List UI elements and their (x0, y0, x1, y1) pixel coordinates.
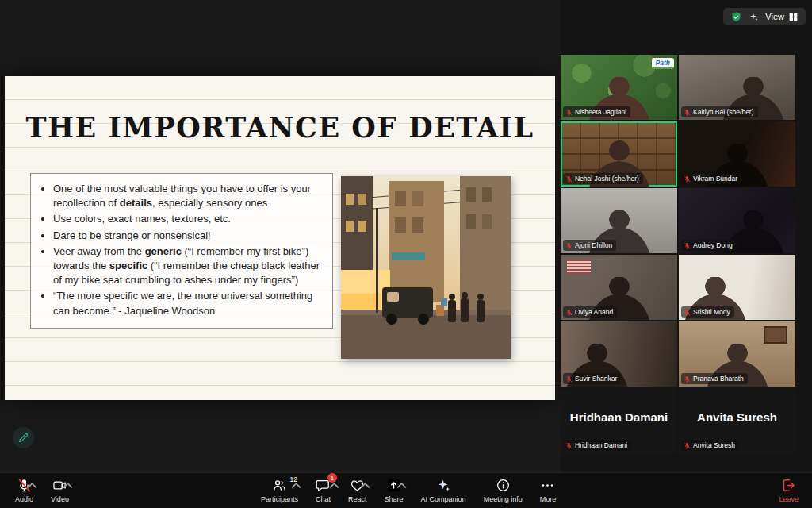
muted-mic-icon (565, 175, 573, 183)
muted-mic-icon (565, 442, 573, 449)
muted-mic-icon (565, 109, 573, 116)
slide-title: THE IMPORTANCE OF DETAIL (13, 111, 547, 144)
participant-name: Anvita Suresh (693, 441, 735, 449)
audio-menu-chevron[interactable] (25, 478, 40, 493)
more-button[interactable]: More (531, 473, 565, 508)
video-tile-srishti-mody[interactable]: Srishti Mody (679, 255, 795, 320)
muted-mic-icon (684, 309, 691, 316)
more-label: More (540, 495, 557, 503)
react-label: React (348, 495, 367, 503)
presentation-slide: THE IMPORTANCE OF DETAIL One of the most… (5, 76, 555, 400)
more-ellipsis-icon (540, 478, 555, 493)
video-tile-kaitlyn-bai[interactable]: Kaitlyn Bai (she/her) (679, 55, 795, 120)
react-button[interactable]: React (339, 473, 376, 508)
participant-name: Nehal Joshi (she/her) (575, 175, 639, 183)
participant-nameplate: Vikram Sundar (681, 173, 741, 184)
ai-companion-button[interactable]: AI Companion (412, 473, 475, 508)
participant-display-name: Anvita Suresh (679, 410, 795, 424)
participant-nameplate: Srishti Mody (681, 306, 734, 318)
video-menu-chevron[interactable] (60, 478, 75, 493)
participant-nameplate: Suvir Shankar (563, 373, 621, 384)
participants-label: Participants (261, 495, 298, 503)
meeting-info-label: Meeting info (484, 495, 523, 503)
participant-nameplate: Kaitlyn Bai (she/her) (681, 106, 758, 117)
pathway-logo: Path (652, 58, 674, 69)
audio-button[interactable]: Audio (6, 473, 42, 508)
participant-nameplate: Nehal Joshi (she/her) (563, 173, 643, 184)
video-button[interactable]: Video (42, 473, 78, 508)
toolbar-right-group: Leave (770, 473, 807, 508)
muted-mic-icon (684, 375, 691, 383)
participant-display-name: Hridhaan Damani (561, 410, 677, 424)
participant-nameplate: Audrey Dong (681, 240, 737, 251)
chat-button[interactable]: 1 Chat (307, 473, 339, 508)
video-tile-audrey-dong[interactable]: Audrey Dong (679, 188, 795, 253)
share-label: Share (385, 495, 404, 503)
muted-mic-icon (684, 242, 691, 249)
view-button[interactable]: View (765, 12, 799, 22)
video-tile-oviya-anand[interactable]: Oviya Anand (561, 255, 677, 320)
share-menu-chevron[interactable] (394, 478, 409, 493)
pencil-icon (17, 432, 29, 444)
muted-mic-icon (684, 175, 691, 183)
video-tile-suvir-shankar[interactable]: Suvir Shankar (561, 321, 677, 387)
participant-name: Suvir Shankar (575, 375, 617, 383)
ai-sparkle-icon[interactable] (749, 12, 759, 22)
participant-name: Hridhaan Damani (575, 441, 627, 449)
info-icon (496, 478, 511, 493)
ai-companion-sparkle-icon (436, 478, 451, 493)
bottom-toolbar: Audio Video 12 Participants 1 Cha (0, 472, 812, 508)
bullet-item: One of the most valuable things you have… (53, 182, 323, 210)
video-label: Video (51, 495, 69, 503)
participant-name: Pranava Bharath (693, 375, 744, 383)
slide-text-box: One of the most valuable things you have… (30, 173, 333, 329)
participant-nameplate: Anvita Suresh (681, 440, 739, 451)
share-button[interactable]: Share (376, 473, 412, 508)
participant-name: Srishti Mody (693, 308, 730, 316)
participant-name: Kaitlyn Bai (she/her) (693, 108, 754, 116)
video-tile-nisheeta-jagtiani[interactable]: Path Nisheeta Jagtiani (561, 55, 677, 120)
meeting-info-button[interactable]: Meeting info (475, 473, 531, 508)
shared-screen-stage: THE IMPORTANCE OF DETAIL One of the most… (0, 0, 561, 472)
audio-label: Audio (15, 495, 33, 503)
participant-nameplate: Hridhaan Damani (563, 440, 631, 451)
muted-mic-icon (684, 442, 691, 449)
participant-name: Audrey Dong (693, 241, 733, 249)
participant-nameplate: Ajoni Dhillon (563, 240, 616, 251)
video-tile-nehal-joshi-active-speaker[interactable]: Nehal Joshi (she/her) (561, 121, 677, 187)
leave-button[interactable]: Leave (770, 473, 807, 508)
gallery-grid-icon (788, 12, 799, 22)
participant-nameplate: Nisheeta Jagtiani (563, 106, 630, 117)
participant-nameplate: Pranava Bharath (681, 373, 748, 384)
participants-icon (272, 478, 287, 493)
chat-label: Chat (316, 495, 331, 503)
view-label: View (765, 12, 784, 21)
video-tile-ajoni-dhillon[interactable]: Ajoni Dhillon (561, 188, 677, 253)
annotate-pencil-button[interactable] (13, 427, 34, 448)
bullet-item: Use colors, exact names, textures, etc. (53, 212, 323, 226)
react-menu-chevron[interactable] (358, 478, 373, 493)
bullet-item: Veer away from the generic (“I remember … (53, 244, 323, 288)
bullet-item: “The more specific we are, the more univ… (53, 289, 323, 318)
slide-bullet-list: One of the most valuable things you have… (36, 182, 323, 318)
slide-street-illustration (341, 176, 511, 359)
participant-name: Oviya Anand (575, 308, 613, 316)
video-tile-vikram-sundar[interactable]: Vikram Sundar (679, 121, 795, 187)
muted-mic-icon (684, 109, 691, 116)
video-off-tile-anvita-suresh[interactable]: Anvita Suresh Anvita Suresh (679, 388, 795, 453)
participants-menu-chevron[interactable] (289, 478, 304, 493)
bullet-item: Dare to be strange or nonsensical! (53, 229, 323, 243)
muted-mic-icon (565, 309, 573, 316)
participants-button[interactable]: 12 Participants (252, 473, 307, 508)
video-tile-pranava-bharath[interactable]: Pranava Bharath (679, 321, 795, 387)
muted-mic-icon (565, 242, 573, 249)
leave-label: Leave (779, 495, 799, 503)
toolbar-left-group: Audio Video (6, 473, 78, 508)
video-off-tile-hridhaan-damani[interactable]: Hridhaan Damani Hridhaan Damani (561, 388, 677, 453)
participant-name: Vikram Sundar (693, 175, 737, 183)
participant-name: Ajoni Dhillon (575, 241, 612, 249)
ai-companion-label: AI Companion (421, 495, 466, 503)
video-gallery: Path Nisheeta Jagtiani Kaitlyn Bai (she/… (561, 55, 795, 453)
security-shield-icon[interactable] (730, 11, 742, 23)
participant-nameplate: Oviya Anand (563, 306, 617, 318)
